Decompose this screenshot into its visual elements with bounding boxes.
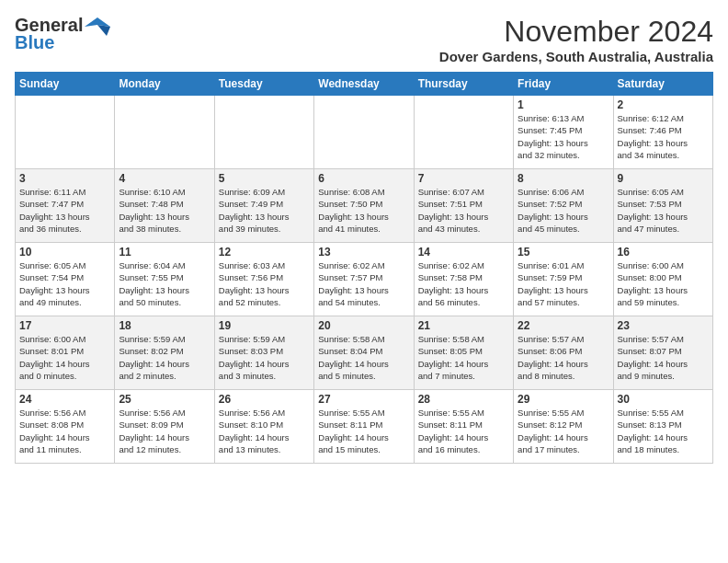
day-info: Sunrise: 6:07 AMSunset: 7:51 PMDaylight:… xyxy=(418,186,509,235)
day-info: Sunrise: 5:59 AMSunset: 8:02 PMDaylight:… xyxy=(119,333,210,382)
day-cell: 13Sunrise: 6:02 AMSunset: 7:57 PMDayligh… xyxy=(314,243,414,316)
week-row-2: 3Sunrise: 6:11 AMSunset: 7:47 PMDaylight… xyxy=(16,169,713,243)
day-info: Sunrise: 5:58 AMSunset: 8:05 PMDaylight:… xyxy=(418,333,509,382)
day-number: 18 xyxy=(119,319,210,332)
day-cell: 21Sunrise: 5:58 AMSunset: 8:05 PMDayligh… xyxy=(414,316,513,390)
day-cell xyxy=(214,96,313,169)
day-number: 12 xyxy=(219,246,310,259)
day-info: Sunrise: 6:06 AMSunset: 7:52 PMDaylight:… xyxy=(518,186,609,235)
day-number: 21 xyxy=(418,319,509,332)
day-cell xyxy=(414,96,513,169)
calendar-table: SundayMondayTuesdayWednesdayThursdayFrid… xyxy=(15,72,713,464)
day-cell: 2Sunrise: 6:12 AMSunset: 7:46 PMDaylight… xyxy=(613,96,712,169)
day-number: 10 xyxy=(19,246,110,259)
day-info: Sunrise: 5:56 AMSunset: 8:09 PMDaylight:… xyxy=(119,407,210,455)
day-number: 2 xyxy=(618,98,709,111)
day-info: Sunrise: 5:55 AMSunset: 8:12 PMDaylight:… xyxy=(518,407,609,455)
day-number: 11 xyxy=(119,246,210,259)
day-number: 14 xyxy=(418,246,509,259)
day-info: Sunrise: 5:56 AMSunset: 8:08 PMDaylight:… xyxy=(19,407,110,455)
day-info: Sunrise: 6:03 AMSunset: 7:56 PMDaylight:… xyxy=(219,259,310,308)
day-info: Sunrise: 6:00 AMSunset: 8:00 PMDaylight:… xyxy=(618,259,709,308)
day-number: 23 xyxy=(618,319,709,332)
weekday-header-friday: Friday xyxy=(514,73,613,96)
day-cell xyxy=(314,96,414,169)
day-number: 29 xyxy=(518,393,609,406)
day-cell: 15Sunrise: 6:01 AMSunset: 7:59 PMDayligh… xyxy=(514,243,613,316)
day-cell: 17Sunrise: 6:00 AMSunset: 8:01 PMDayligh… xyxy=(16,316,115,390)
logo-blue: Blue xyxy=(15,32,54,53)
week-row-3: 10Sunrise: 6:05 AMSunset: 7:54 PMDayligh… xyxy=(16,243,713,316)
day-info: Sunrise: 6:00 AMSunset: 8:01 PMDaylight:… xyxy=(19,333,110,382)
day-number: 28 xyxy=(418,393,509,406)
day-info: Sunrise: 5:55 AMSunset: 8:11 PMDaylight:… xyxy=(318,407,409,455)
weekday-header-sunday: Sunday xyxy=(16,73,115,96)
day-cell: 19Sunrise: 5:59 AMSunset: 8:03 PMDayligh… xyxy=(214,316,313,390)
day-cell: 1Sunrise: 6:13 AMSunset: 7:45 PMDaylight… xyxy=(514,96,613,169)
weekday-header-row: SundayMondayTuesdayWednesdayThursdayFrid… xyxy=(16,73,713,96)
day-info: Sunrise: 6:12 AMSunset: 7:46 PMDaylight:… xyxy=(618,112,709,161)
day-number: 20 xyxy=(318,319,409,332)
day-info: Sunrise: 6:05 AMSunset: 7:54 PMDaylight:… xyxy=(19,259,110,308)
svg-marker-1 xyxy=(97,25,110,36)
day-number: 26 xyxy=(219,393,310,406)
day-number: 22 xyxy=(518,319,609,332)
day-cell: 20Sunrise: 5:58 AMSunset: 8:04 PMDayligh… xyxy=(314,316,414,390)
day-number: 13 xyxy=(318,246,409,259)
day-info: Sunrise: 5:56 AMSunset: 8:10 PMDaylight:… xyxy=(219,407,310,455)
day-number: 19 xyxy=(219,319,310,332)
day-info: Sunrise: 6:05 AMSunset: 7:53 PMDaylight:… xyxy=(618,186,709,235)
day-cell: 24Sunrise: 5:56 AMSunset: 8:08 PMDayligh… xyxy=(16,390,115,464)
title-section: November 2024 Dover Gardens, South Austr… xyxy=(439,15,713,64)
day-number: 6 xyxy=(318,172,409,185)
day-cell: 16Sunrise: 6:00 AMSunset: 8:00 PMDayligh… xyxy=(613,243,712,316)
page-header: General Blue November 2024 Dover Gardens… xyxy=(15,15,713,64)
day-cell: 26Sunrise: 5:56 AMSunset: 8:10 PMDayligh… xyxy=(214,390,313,464)
day-cell: 27Sunrise: 5:55 AMSunset: 8:11 PMDayligh… xyxy=(314,390,414,464)
week-row-1: 1Sunrise: 6:13 AMSunset: 7:45 PMDaylight… xyxy=(16,96,713,169)
day-cell: 6Sunrise: 6:08 AMSunset: 7:50 PMDaylight… xyxy=(314,169,414,243)
weekday-header-tuesday: Tuesday xyxy=(214,73,313,96)
day-number: 27 xyxy=(318,393,409,406)
day-info: Sunrise: 6:02 AMSunset: 7:58 PMDaylight:… xyxy=(418,259,509,308)
day-info: Sunrise: 5:55 AMSunset: 8:13 PMDaylight:… xyxy=(618,407,709,455)
day-cell: 14Sunrise: 6:02 AMSunset: 7:58 PMDayligh… xyxy=(414,243,513,316)
day-info: Sunrise: 6:01 AMSunset: 7:59 PMDaylight:… xyxy=(518,259,609,308)
day-cell: 5Sunrise: 6:09 AMSunset: 7:49 PMDaylight… xyxy=(214,169,313,243)
day-number: 30 xyxy=(618,393,709,406)
day-cell: 30Sunrise: 5:55 AMSunset: 8:13 PMDayligh… xyxy=(613,390,712,464)
day-number: 1 xyxy=(518,98,609,111)
weekday-header-monday: Monday xyxy=(115,73,214,96)
day-info: Sunrise: 6:08 AMSunset: 7:50 PMDaylight:… xyxy=(318,186,409,235)
day-number: 3 xyxy=(19,172,110,185)
month-year-title: November 2024 xyxy=(439,15,713,49)
day-cell: 7Sunrise: 6:07 AMSunset: 7:51 PMDaylight… xyxy=(414,169,513,243)
weekday-header-saturday: Saturday xyxy=(613,73,712,96)
day-number: 7 xyxy=(418,172,509,185)
day-number: 15 xyxy=(518,246,609,259)
day-info: Sunrise: 6:11 AMSunset: 7:47 PMDaylight:… xyxy=(19,186,110,235)
day-info: Sunrise: 6:10 AMSunset: 7:48 PMDaylight:… xyxy=(119,186,210,235)
day-number: 16 xyxy=(618,246,709,259)
day-cell xyxy=(115,96,214,169)
day-cell: 9Sunrise: 6:05 AMSunset: 7:53 PMDaylight… xyxy=(613,169,712,243)
logo: General Blue xyxy=(15,15,110,53)
day-number: 25 xyxy=(119,393,210,406)
day-cell: 23Sunrise: 5:57 AMSunset: 8:07 PMDayligh… xyxy=(613,316,712,390)
day-number: 8 xyxy=(518,172,609,185)
day-number: 24 xyxy=(19,393,110,406)
weekday-header-thursday: Thursday xyxy=(414,73,513,96)
day-cell xyxy=(16,96,115,169)
day-info: Sunrise: 5:58 AMSunset: 8:04 PMDaylight:… xyxy=(318,333,409,382)
weekday-header-wednesday: Wednesday xyxy=(314,73,414,96)
svg-marker-0 xyxy=(85,17,110,27)
week-row-5: 24Sunrise: 5:56 AMSunset: 8:08 PMDayligh… xyxy=(16,390,713,464)
day-cell: 8Sunrise: 6:06 AMSunset: 7:52 PMDaylight… xyxy=(514,169,613,243)
day-cell: 11Sunrise: 6:04 AMSunset: 7:55 PMDayligh… xyxy=(115,243,214,316)
location-subtitle: Dover Gardens, South Australia, Australi… xyxy=(439,49,713,64)
day-cell: 25Sunrise: 5:56 AMSunset: 8:09 PMDayligh… xyxy=(115,390,214,464)
day-cell: 28Sunrise: 5:55 AMSunset: 8:11 PMDayligh… xyxy=(414,390,513,464)
logo-bird-icon xyxy=(85,16,110,36)
day-cell: 18Sunrise: 5:59 AMSunset: 8:02 PMDayligh… xyxy=(115,316,214,390)
day-info: Sunrise: 6:02 AMSunset: 7:57 PMDaylight:… xyxy=(318,259,409,308)
